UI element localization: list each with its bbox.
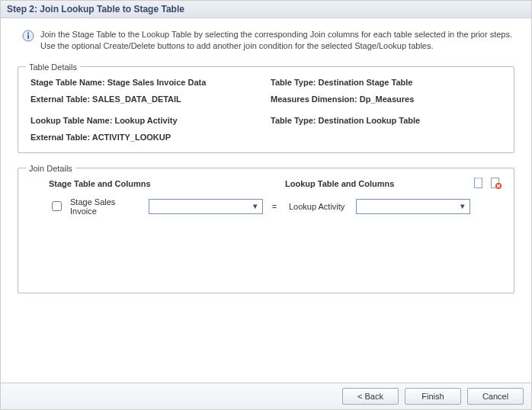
stage-columns-header: Stage Table and Columns xyxy=(26,179,285,188)
lookup-ext-label: External Table: xyxy=(30,133,92,142)
add-join-icon[interactable] xyxy=(473,178,485,190)
intro-text: Join the Stage Table to the Lookup Table… xyxy=(40,29,513,52)
table-details-legend: Table Details xyxy=(26,62,80,72)
stage-name-value: Stage Sales Invoice Data xyxy=(107,78,207,87)
stage-table-label: Stage Sales Invoice xyxy=(70,197,143,216)
lookup-name-value: Lookup Activity xyxy=(114,116,177,125)
stage-name-label: Stage Table Name: xyxy=(30,78,107,87)
join-details-fieldset: Join Details Stage Table and Columns Loo… xyxy=(18,164,514,293)
lookup-type-value: Destination Lookup Table xyxy=(319,116,421,125)
join-header: Stage Table and Columns Lookup Table and… xyxy=(26,178,506,190)
chevron-down-icon: ▾ xyxy=(250,201,261,211)
lookup-type-label: Table Type: xyxy=(271,116,319,125)
delete-join-icon[interactable] xyxy=(489,178,502,190)
stage-column-select[interactable]: ▾ xyxy=(149,199,263,214)
table-details-fieldset: Table Details Stage Table Name: Stage Sa… xyxy=(18,62,514,153)
cancel-button[interactable]: Cancel xyxy=(467,388,524,405)
chevron-down-icon: ▾ xyxy=(457,201,468,211)
svg-rect-1 xyxy=(27,35,29,40)
join-row-checkbox[interactable] xyxy=(52,201,62,211)
svg-rect-2 xyxy=(27,33,29,34)
wizard-footer: < Back Finish Cancel xyxy=(1,383,531,409)
lookup-name-label: Lookup Table Name: xyxy=(30,116,114,125)
stage-type-value: Destination Stage Table xyxy=(319,78,413,87)
equals-sign: = xyxy=(269,202,280,211)
finish-button[interactable]: Finish xyxy=(405,388,461,405)
join-details-legend: Join Details xyxy=(26,164,75,173)
wizard-content: Join the Stage Table to the Lookup Table… xyxy=(1,18,531,293)
measures-label: Measures Dimension: xyxy=(271,94,360,104)
join-row: Stage Sales Invoice ▾ = Lookup Activity … xyxy=(26,197,506,216)
lookup-table-label: Lookup Activity xyxy=(289,202,350,211)
lookup-column-select[interactable]: ▾ xyxy=(356,199,470,214)
stage-type-label: Table Type: xyxy=(271,78,319,87)
back-button[interactable]: < Back xyxy=(342,388,399,405)
measures-value: Dp_Measures xyxy=(360,94,415,104)
info-icon xyxy=(22,30,34,42)
stage-ext-value: SALES_DATA_DETAIL xyxy=(92,94,181,104)
lookup-columns-header: Lookup Table and Columns xyxy=(285,179,473,188)
lookup-ext-value: ACTIVITY_LOOKUP xyxy=(92,133,171,142)
stage-ext-label: External Table: xyxy=(30,94,92,104)
wizard-step-title: Step 2: Join Lookup Table to Stage Table xyxy=(1,1,531,18)
intro-block: Join the Stage Table to the Lookup Table… xyxy=(22,29,513,52)
